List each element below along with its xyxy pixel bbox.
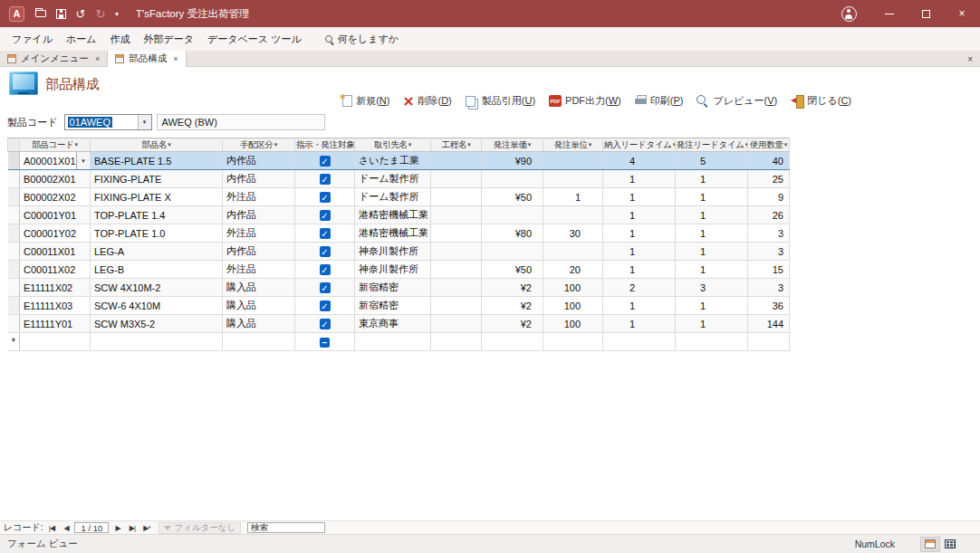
cell-category[interactable]: 外注品 [223,188,295,206]
cell-category[interactable]: 内作品 [223,243,295,261]
print-button[interactable]: 印刷(P) [635,94,684,108]
cell-order-target[interactable]: ✓ [295,188,355,206]
cell-supplier[interactable]: ドーム製作所 [355,170,431,188]
column-dropdown-icon[interactable]: ▾ [168,141,170,148]
cell-category[interactable]: 内作品 [223,152,295,170]
record-selector[interactable] [8,297,20,315]
column-header[interactable]: 発注単位▾ [543,138,603,152]
cell-process[interactable] [431,188,482,206]
cell-order-unit[interactable] [543,333,603,351]
record-selector[interactable] [8,170,20,188]
column-header[interactable]: 取引先名▾ [355,138,431,152]
minimize-button[interactable] [871,0,908,27]
cell-part-name[interactable]: FIXING-PLATE X [91,188,223,206]
checkbox-checked-icon[interactable]: ✓ [320,228,331,239]
cell-part-code[interactable]: C00001Y01 [20,206,91,224]
cell-part-name[interactable]: LEG-B [91,261,223,279]
checkbox-checked-icon[interactable]: ✓ [320,156,331,167]
cell-delivery-lead[interactable]: 2 [603,279,676,297]
cell-usage-qty[interactable]: 9 [748,188,790,206]
checkbox-checked-icon[interactable]: ✓ [320,264,331,275]
record-selector[interactable] [8,279,20,297]
cell-order-target[interactable]: − [295,333,355,351]
cell-category[interactable]: 購入品 [223,279,295,297]
cell-order-lead[interactable]: 1 [676,224,748,243]
record-selector[interactable] [8,188,20,206]
cell-usage-qty[interactable]: 3 [748,279,790,297]
close-tab-icon[interactable]: × [173,54,178,63]
cell-order-lead[interactable]: 1 [676,206,748,224]
cell-order-lead[interactable]: 1 [676,170,748,188]
cell-unit-price[interactable]: ¥2 [482,315,543,333]
cell-order-lead[interactable]: 5 [676,152,748,170]
tab-main-menu[interactable]: メインメニュー × [0,51,108,66]
cell-order-unit[interactable]: 30 [543,224,603,243]
last-record-button[interactable]: ▶| [126,524,138,532]
cell-part-name[interactable]: SCW M3X5-2 [91,315,223,333]
cell-part-code[interactable] [20,333,91,351]
cell-unit-price[interactable]: ¥2 [482,279,543,297]
cell-delivery-lead[interactable]: 1 [603,261,676,279]
tab-create[interactable]: 作成 [110,33,130,46]
cell-combo-dropdown-icon[interactable]: ▾ [76,152,90,169]
cell-delivery-lead[interactable] [603,333,676,351]
column-header[interactable]: 発注リードタイム▾ [676,138,748,152]
cell-supplier[interactable]: 神奈川製作所 [355,243,431,261]
cell-order-unit[interactable]: 100 [543,297,603,315]
cell-order-lead[interactable] [676,333,748,351]
cell-order-unit[interactable] [543,152,603,170]
column-header[interactable]: 使用数量▾ [748,138,790,152]
cell-category[interactable]: 内作品 [223,206,295,224]
cell-order-target[interactable]: ✓ [295,261,355,279]
cell-usage-qty[interactable]: 26 [748,206,790,224]
cell-order-unit[interactable] [543,206,603,224]
tab-file[interactable]: ファイル [12,33,53,46]
column-header[interactable]: 指示・発注対象▾ [295,138,355,152]
cell-supplier[interactable]: 港精密機械工業 [355,224,431,243]
cell-category[interactable]: 内作品 [223,170,295,188]
preview-button[interactable]: プレビュー(V) [697,94,777,108]
record-selector[interactable] [8,206,20,224]
cell-category[interactable] [223,333,295,351]
form-view-button[interactable] [920,537,940,552]
cell-delivery-lead[interactable]: 1 [603,224,676,243]
cell-process[interactable] [431,206,482,224]
account-icon[interactable] [841,6,857,22]
pdf-export-button[interactable]: PDF出力(W) [549,94,621,108]
cell-order-lead[interactable]: 1 [676,315,748,333]
cell-order-lead[interactable]: 1 [676,188,748,206]
cell-supplier[interactable]: 港精密機械工業 [355,206,431,224]
checkbox-indeterminate-icon[interactable]: − [320,338,330,348]
tell-me-search[interactable]: 何をしますか [325,33,399,46]
cell-unit-price[interactable]: ¥90 [482,152,543,170]
new-record-button[interactable]: ▶* [140,524,152,532]
filter-status-button[interactable]: フィルターなし [159,522,241,534]
cell-order-lead[interactable]: 1 [676,243,748,261]
cell-usage-qty[interactable]: 36 [748,297,790,315]
column-header[interactable]: 手配区分▾ [223,138,295,152]
folder-icon[interactable] [31,0,51,27]
cell-order-lead[interactable]: 1 [676,297,748,315]
checkbox-checked-icon[interactable]: ✓ [320,319,331,329]
tab-home[interactable]: ホーム [66,33,97,46]
checkbox-checked-icon[interactable]: ✓ [320,246,331,257]
cell-part-name[interactable]: TOP-PLATE 1.0 [91,224,223,243]
cell-process[interactable] [431,224,482,243]
cell-part-name[interactable]: SCW-6 4X10M [91,297,223,315]
cell-order-unit[interactable]: 100 [543,279,603,297]
cell-supplier[interactable]: さいたま工業 [355,152,431,170]
cell-part-code[interactable]: E11111Y01 [20,315,91,333]
cell-unit-price[interactable]: ¥2 [482,297,543,315]
cell-order-unit[interactable]: 1 [543,188,603,206]
cell-process[interactable] [431,333,482,351]
column-header[interactable]: 発注単価▾ [482,138,543,152]
record-selector[interactable] [8,152,20,170]
cell-delivery-lead[interactable]: 1 [603,315,676,333]
cell-part-name[interactable]: SCW 4X10M-2 [91,279,223,297]
cell-supplier[interactable]: 新宿精密 [355,297,431,315]
column-dropdown-icon[interactable]: ▾ [274,141,277,148]
cell-process[interactable] [431,297,482,315]
record-search-input[interactable] [247,522,325,533]
cell-order-target[interactable]: ✓ [295,170,355,188]
checkbox-checked-icon[interactable]: ✓ [320,300,331,311]
